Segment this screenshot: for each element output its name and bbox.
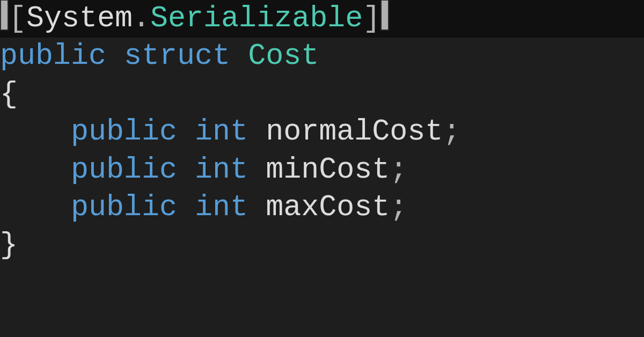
kw-public: public xyxy=(0,39,106,73)
attr-name: Serializable xyxy=(150,2,363,35)
space xyxy=(177,153,195,187)
open-brace: { xyxy=(0,77,18,111)
attr-dot: . xyxy=(133,2,150,35)
kw-int: int xyxy=(195,153,248,187)
indent xyxy=(0,191,71,224)
close-brace: } xyxy=(0,228,18,262)
indent xyxy=(0,115,71,149)
code-editor[interactable]: [System.Serializable] public struct Cost… xyxy=(0,0,644,337)
semi: ; xyxy=(390,191,407,224)
struct-name: Cost xyxy=(248,39,319,73)
space xyxy=(248,191,266,224)
code-line-5[interactable]: public int normalCost; xyxy=(0,113,644,151)
field-maxCost: maxCost xyxy=(266,191,390,224)
indent xyxy=(0,153,71,187)
attr-namespace: System xyxy=(26,2,133,35)
space xyxy=(248,115,266,149)
code-line-3[interactable]: { xyxy=(0,76,644,113)
kw-public: public xyxy=(71,191,177,224)
code-line-7[interactable]: public int maxCost; xyxy=(0,189,644,226)
space xyxy=(248,153,266,187)
code-line-2[interactable]: public struct Cost xyxy=(0,38,644,75)
kw-int: int xyxy=(195,191,248,224)
space xyxy=(177,115,195,149)
space xyxy=(177,191,195,224)
attr-close-bracket: ] xyxy=(363,2,380,35)
semi: ; xyxy=(443,115,460,149)
space xyxy=(106,39,124,73)
kw-public: public xyxy=(71,115,177,149)
field-normalCost: normalCost xyxy=(266,115,443,149)
kw-int: int xyxy=(195,115,248,149)
code-line-9[interactable]: } xyxy=(0,226,644,264)
attr-open-bracket: [ xyxy=(9,2,26,35)
field-minCost: minCost xyxy=(266,153,390,187)
kw-public: public xyxy=(71,153,177,187)
caret-end xyxy=(380,0,389,38)
caret-start xyxy=(0,0,9,38)
code-line-6[interactable]: public int minCost; xyxy=(0,151,644,189)
semi: ; xyxy=(390,153,407,187)
code-line-1[interactable]: [System.Serializable] xyxy=(0,0,644,38)
kw-struct: struct xyxy=(124,39,230,73)
space xyxy=(230,39,248,73)
